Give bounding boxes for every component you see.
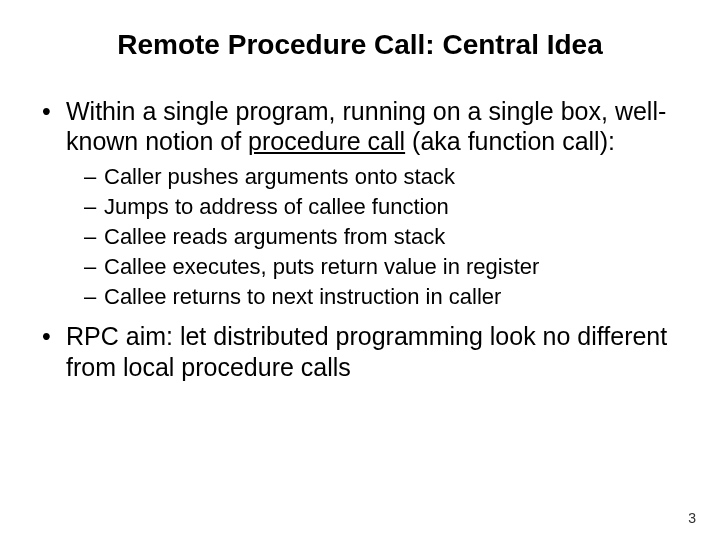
sub-bullet-item: Callee reads arguments from stack: [84, 223, 684, 251]
slide: Remote Procedure Call: Central Idea With…: [0, 0, 720, 540]
bullet-text-post: (aka function call):: [405, 127, 615, 155]
bullet-item: Within a single program, running on a si…: [40, 96, 684, 312]
bullet-item: RPC aim: let distributed programming loo…: [40, 321, 684, 382]
sub-bullet-item: Caller pushes arguments onto stack: [84, 163, 684, 191]
sub-bullet-item: Callee executes, puts return value in re…: [84, 253, 684, 281]
bullet-list: Within a single program, running on a si…: [36, 96, 684, 383]
bullet-text-underlined: procedure call: [248, 127, 405, 155]
sub-bullet-item: Callee returns to next instruction in ca…: [84, 283, 684, 311]
sub-bullet-item: Jumps to address of callee function: [84, 193, 684, 221]
sub-bullet-list: Caller pushes arguments onto stack Jumps…: [66, 163, 684, 312]
page-number: 3: [688, 510, 696, 526]
slide-title: Remote Procedure Call: Central Idea: [36, 28, 684, 62]
bullet-text-pre: RPC aim: let distributed programming loo…: [66, 322, 667, 381]
